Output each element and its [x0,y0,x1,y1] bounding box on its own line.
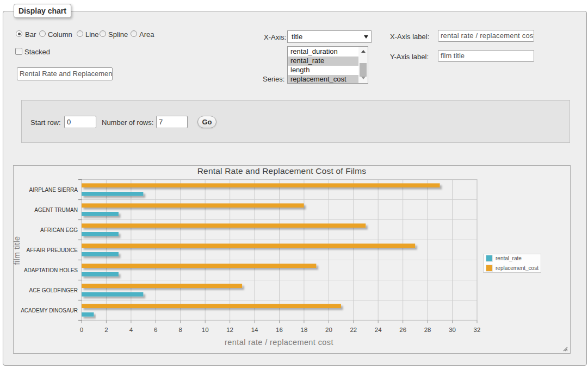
svg-text:24: 24 [375,327,382,333]
svg-text:6: 6 [154,327,157,333]
svg-text:28: 28 [424,327,431,333]
svg-text:30: 30 [449,327,456,333]
svg-text:ACE GOLDFINGER: ACE GOLDFINGER [29,287,78,293]
svg-text:AIRPLANE SIERRA: AIRPLANE SIERRA [29,187,78,193]
svg-text:rental rate / replacement cost: rental rate / replacement cost [225,338,333,347]
svg-text:0: 0 [80,327,83,333]
svg-text:replacement_cost: replacement_cost [496,265,539,271]
svg-text:AFRICAN EGG: AFRICAN EGG [40,227,78,233]
svg-text:AGENT TRUMAN: AGENT TRUMAN [34,207,78,213]
svg-text:8: 8 [179,327,182,333]
svg-text:22: 22 [350,327,357,333]
svg-text:18: 18 [301,327,308,333]
svg-text:20: 20 [325,327,332,333]
svg-text:4: 4 [129,327,133,333]
svg-text:ADAPTATION HOLES: ADAPTATION HOLES [24,267,78,273]
svg-text:32: 32 [474,327,481,333]
svg-text:2: 2 [104,327,108,333]
svg-text:12: 12 [226,327,233,333]
svg-text:AFFAIR PREJUDICE: AFFAIR PREJUDICE [27,247,78,253]
svg-text:film title: film title [13,236,21,265]
svg-text:Rental Rate and Replacement Co: Rental Rate and Replacement Cost of Film… [197,166,367,175]
svg-text:rental_rate: rental_rate [496,255,522,261]
svg-text:16: 16 [276,327,283,333]
svg-text:26: 26 [399,327,406,333]
svg-text:10: 10 [202,327,209,333]
svg-text:ACADEMY DINOSAUR: ACADEMY DINOSAUR [21,308,78,313]
svg-text:14: 14 [251,327,258,333]
